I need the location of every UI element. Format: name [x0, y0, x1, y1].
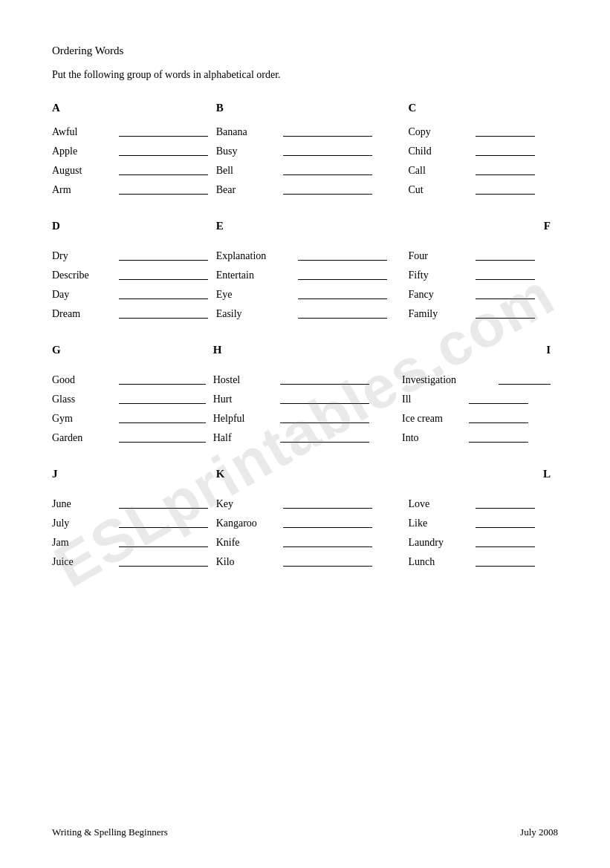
- instructions: Put the following group of words in alph…: [52, 69, 558, 81]
- answer-line: [119, 260, 208, 261]
- answer-line: [119, 546, 208, 547]
- page: Ordering Words Put the following group o…: [0, 0, 610, 868]
- word-row: Entertain: [216, 265, 401, 281]
- word-row: Explanation: [216, 246, 401, 262]
- word-row: Four: [409, 246, 551, 262]
- answer-line: [119, 527, 208, 528]
- column-g: G Good Glass Gym Garden: [52, 344, 213, 447]
- word-row: Dry: [52, 246, 209, 262]
- answer-line: [476, 279, 535, 280]
- worksheet: A Awful Apple August Arm: [52, 102, 558, 578]
- word-row: Ice cream: [402, 408, 551, 425]
- word-label: Half: [213, 432, 280, 444]
- word-label: Jam: [52, 537, 119, 549]
- word-label: Hurt: [213, 394, 280, 405]
- section-row-1: A Awful Apple August Arm: [52, 102, 558, 199]
- word-row: Arm: [52, 180, 209, 196]
- word-row: Cut: [409, 180, 551, 196]
- section-row-3: G Good Glass Gym Garden: [52, 344, 558, 447]
- answer-line: [283, 136, 372, 137]
- word-row: Fifty: [409, 265, 551, 281]
- word-row: Like: [409, 513, 551, 529]
- word-row: Into: [402, 428, 551, 444]
- word-row: Hurt: [213, 389, 395, 405]
- word-row: Ill: [402, 389, 551, 405]
- word-row: Bear: [216, 180, 401, 196]
- section-row-4: J June July Jam Juice: [52, 468, 558, 571]
- answer-line: [280, 384, 369, 385]
- answer-line: [119, 298, 208, 299]
- word-label: Kilo: [216, 556, 283, 568]
- word-label: Easily: [216, 308, 298, 320]
- answer-line: [119, 136, 208, 137]
- word-label: Eye: [216, 289, 298, 301]
- column-k: K Key Kangaroo Knife Kilo: [216, 468, 409, 571]
- word-label: July: [52, 518, 119, 529]
- answer-line: [119, 566, 208, 567]
- word-label: Ice cream: [402, 413, 469, 425]
- word-label: Ill: [402, 394, 469, 405]
- word-row: Awful: [52, 122, 209, 138]
- answer-line: [476, 194, 535, 195]
- word-label: August: [52, 165, 119, 177]
- word-row: Garden: [52, 428, 206, 444]
- answer-line: [283, 566, 372, 567]
- column-a: A Awful Apple August Arm: [52, 102, 216, 199]
- word-row: Lunch: [409, 552, 551, 568]
- answer-line: [119, 174, 208, 175]
- answer-line: [476, 566, 535, 567]
- word-row: Apple: [52, 141, 209, 157]
- footer-right: July 2008: [520, 826, 558, 838]
- answer-line: [476, 260, 535, 261]
- answer-line: [119, 318, 208, 319]
- answer-line: [298, 260, 387, 261]
- word-label: Bear: [216, 184, 283, 196]
- answer-line: [119, 194, 208, 195]
- word-label: Copy: [409, 126, 476, 138]
- page-title: Ordering Words: [52, 45, 558, 57]
- answer-line: [476, 508, 535, 509]
- column-i: I Investigation Ill Ice cream Into: [402, 344, 558, 447]
- word-label: Kangaroo: [216, 518, 283, 529]
- header-l: L: [409, 468, 551, 480]
- answer-line: [119, 508, 208, 509]
- section-row-2: D Dry Describe Day Dream: [52, 220, 558, 323]
- word-row: Knife: [216, 532, 401, 549]
- word-label: Dry: [52, 250, 119, 262]
- word-row: Kilo: [216, 552, 401, 568]
- header-b: B: [216, 102, 401, 114]
- word-row: Family: [409, 304, 551, 320]
- answer-line: [119, 279, 208, 280]
- word-row: Investigation: [402, 370, 551, 386]
- answer-line: [469, 442, 528, 443]
- answer-line: [283, 527, 372, 528]
- answer-line: [280, 403, 369, 404]
- answer-line: [476, 155, 535, 156]
- word-label: Apple: [52, 146, 119, 157]
- footer-left: Writing & Spelling Beginners: [52, 826, 168, 838]
- word-row: Day: [52, 284, 209, 301]
- word-label: Child: [409, 146, 476, 157]
- column-j: J June July Jam Juice: [52, 468, 216, 571]
- word-label: Investigation: [402, 374, 499, 386]
- word-row: Glass: [52, 389, 206, 405]
- header-h: H: [213, 344, 395, 356]
- word-row: Half: [213, 428, 395, 444]
- answer-line: [283, 194, 372, 195]
- word-label: Glass: [52, 394, 119, 405]
- word-row: Bell: [216, 160, 401, 177]
- word-row: Juice: [52, 552, 209, 568]
- answer-line: [499, 384, 551, 385]
- word-label: Into: [402, 432, 469, 444]
- column-h: H Hostel Hurt Helpful Half: [213, 344, 402, 447]
- answer-line: [280, 422, 369, 423]
- header-e: E: [216, 220, 401, 232]
- word-row: Key: [216, 494, 401, 510]
- word-row: Love: [409, 494, 551, 510]
- footer: Writing & Spelling Beginners July 2008: [52, 826, 558, 838]
- answer-line: [283, 174, 372, 175]
- word-row: Laundry: [409, 532, 551, 549]
- word-label: Day: [52, 289, 119, 301]
- word-label: Four: [409, 250, 476, 262]
- word-label: Lunch: [409, 556, 476, 568]
